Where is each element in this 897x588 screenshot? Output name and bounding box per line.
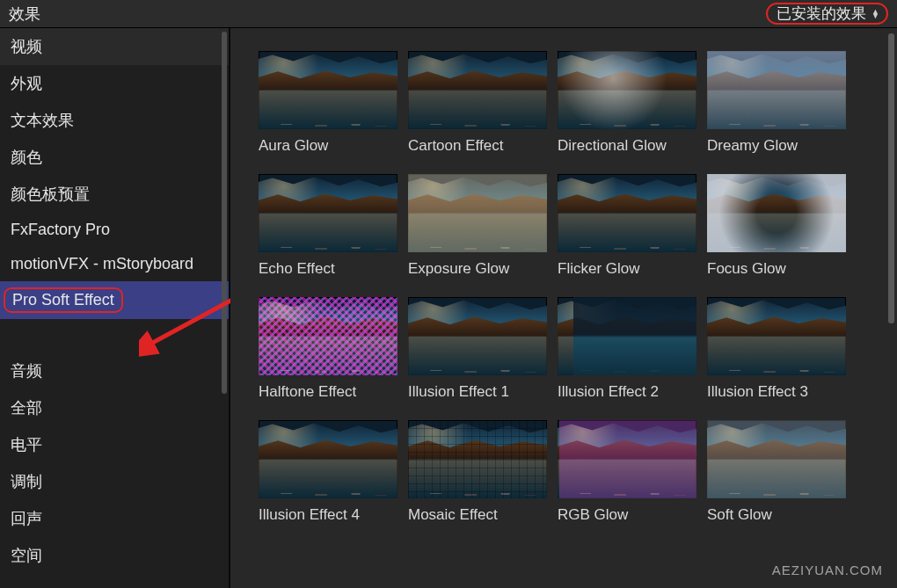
installed-effects-dropdown[interactable]: 已安装的效果 ▲▼: [766, 3, 888, 25]
effect-label: Halftone Effect: [259, 383, 397, 401]
sidebar-item-label: 颜色板预置: [11, 185, 90, 203]
sidebar-item-label: motionVFX - mStoryboard: [11, 255, 193, 272]
effect-label: Mosaic Effect: [408, 506, 547, 524]
effect-card[interactable]: Exposure Glow: [408, 174, 547, 278]
sidebar-group-header[interactable]: 视频: [0, 28, 229, 65]
sidebar-item[interactable]: 全部: [0, 389, 229, 426]
main-scrollbar[interactable]: [888, 33, 894, 583]
effect-label: Aura Glow: [259, 137, 397, 155]
effect-thumbnail[interactable]: [259, 174, 397, 252]
sidebar-item-label: FxFactory Pro: [11, 221, 110, 238]
sidebar-item[interactable]: FxFactory Pro: [0, 213, 229, 247]
effect-overlay: [408, 420, 547, 498]
sidebar-item[interactable]: 回声: [0, 500, 229, 537]
effect-thumbnail[interactable]: [259, 51, 397, 129]
sidebar-item-label: 回声: [11, 510, 42, 527]
effect-overlay: [707, 174, 846, 252]
effect-card[interactable]: Dreamy Glow: [707, 51, 846, 155]
watermark-text: AEZIYUAN.COM: [772, 563, 883, 577]
effect-card[interactable]: Mosaic Effect: [408, 420, 547, 524]
effect-overlay: [408, 51, 547, 129]
effect-label: Exposure Glow: [408, 260, 547, 278]
effect-label: Cartoon Effect: [408, 137, 547, 155]
sidebar-item[interactable]: 电平: [0, 426, 229, 463]
effect-thumbnail[interactable]: [707, 51, 846, 129]
effect-label: Illusion Effect 2: [558, 383, 696, 401]
effect-thumbnail[interactable]: [707, 420, 846, 498]
effect-label: Echo Effect: [259, 260, 397, 278]
sidebar-item[interactable]: 调制: [0, 463, 229, 500]
effect-thumbnail[interactable]: [259, 297, 397, 375]
sidebar-item-label: Pro Soft Effect: [4, 287, 123, 313]
scrollbar-thumb[interactable]: [888, 33, 894, 323]
sidebar-item-label: 文本效果: [11, 112, 74, 129]
panel-title: 效果: [9, 4, 40, 25]
effect-thumbnail[interactable]: [707, 174, 846, 252]
effect-label: Focus Glow: [707, 260, 846, 278]
effect-thumbnail[interactable]: [408, 51, 547, 129]
effects-header: 效果 已安装的效果 ▲▼: [0, 0, 897, 28]
sidebar-item-label: 外观: [11, 75, 42, 92]
effect-card[interactable]: Cartoon Effect: [408, 51, 547, 155]
effect-overlay: [259, 297, 397, 375]
effect-thumbnail[interactable]: [707, 297, 846, 375]
sidebar-item[interactable]: 空间: [0, 537, 229, 574]
sidebar-item-label: 调制: [11, 473, 42, 490]
sidebar-item-label: 视频: [11, 38, 42, 55]
effect-card[interactable]: Illusion Effect 2: [558, 297, 696, 401]
effect-thumbnail[interactable]: [408, 420, 547, 498]
effect-card[interactable]: Illusion Effect 4: [259, 420, 397, 524]
effect-card[interactable]: Halftone Effect: [259, 297, 397, 401]
effect-card[interactable]: Illusion Effect 3: [707, 297, 846, 401]
sidebar-item-label: 空间: [11, 547, 42, 564]
effect-thumbnail[interactable]: [558, 51, 696, 129]
effect-label: Illusion Effect 3: [707, 383, 846, 401]
sidebar-item-label: 全部: [11, 399, 42, 417]
effect-label: Flicker Glow: [558, 260, 696, 278]
sidebar-item[interactable]: 外观: [0, 65, 229, 102]
effect-label: Soft Glow: [707, 506, 846, 524]
sidebar-item[interactable]: 颜色: [0, 139, 229, 176]
effect-overlay: [707, 420, 846, 498]
effect-label: Illusion Effect 1: [408, 383, 547, 401]
effect-label: Directional Glow: [558, 137, 696, 155]
effect-thumbnail[interactable]: [259, 420, 397, 498]
effect-card[interactable]: Directional Glow: [558, 51, 696, 155]
effect-thumbnail[interactable]: [408, 297, 547, 375]
sidebar-item[interactable]: 颜色板预置: [0, 176, 229, 213]
effect-overlay: [559, 420, 696, 498]
sidebar-item-label: 电平: [11, 436, 42, 454]
sidebar-item-label: 颜色: [11, 149, 42, 166]
effects-sidebar: 视频外观文本效果颜色颜色板预置FxFactory PromotionVFX - …: [0, 28, 230, 588]
effect-label: RGB Glow: [558, 506, 696, 524]
effect-thumbnail[interactable]: [408, 174, 547, 252]
effect-card[interactable]: Echo Effect: [259, 174, 397, 278]
effect-label: Illusion Effect 4: [259, 506, 397, 524]
effect-card[interactable]: RGB Glow: [558, 420, 696, 524]
effect-thumbnail[interactable]: [558, 420, 696, 498]
effect-card[interactable]: Aura Glow: [259, 51, 397, 155]
effect-label: Dreamy Glow: [707, 137, 846, 155]
effect-overlay: [558, 51, 696, 129]
effect-overlay: [408, 174, 547, 252]
effect-card[interactable]: Illusion Effect 1: [408, 297, 547, 401]
dropdown-label: 已安装的效果: [777, 4, 866, 24]
chevrons-icon: ▲▼: [871, 10, 879, 18]
sidebar-item[interactable]: 文本效果: [0, 102, 229, 139]
effect-card[interactable]: Focus Glow: [707, 174, 846, 278]
effects-browser: Aura GlowCartoon EffectDirectional GlowD…: [230, 28, 897, 588]
effect-overlay: [573, 297, 696, 375]
sidebar-item-label: 音频: [11, 362, 42, 380]
sidebar-item[interactable]: Pro Soft Effect: [0, 281, 229, 319]
effect-card[interactable]: Soft Glow: [707, 420, 846, 524]
effect-overlay: [707, 51, 846, 129]
effect-thumbnail[interactable]: [558, 174, 696, 252]
effect-card[interactable]: Flicker Glow: [558, 174, 696, 278]
scrollbar-thumb[interactable]: [222, 32, 227, 394]
sidebar-scrollbar[interactable]: [222, 32, 227, 584]
effect-thumbnail[interactable]: [558, 297, 696, 375]
sidebar-item[interactable]: 音频: [0, 352, 229, 389]
sidebar-item[interactable]: motionVFX - mStoryboard: [0, 247, 229, 281]
